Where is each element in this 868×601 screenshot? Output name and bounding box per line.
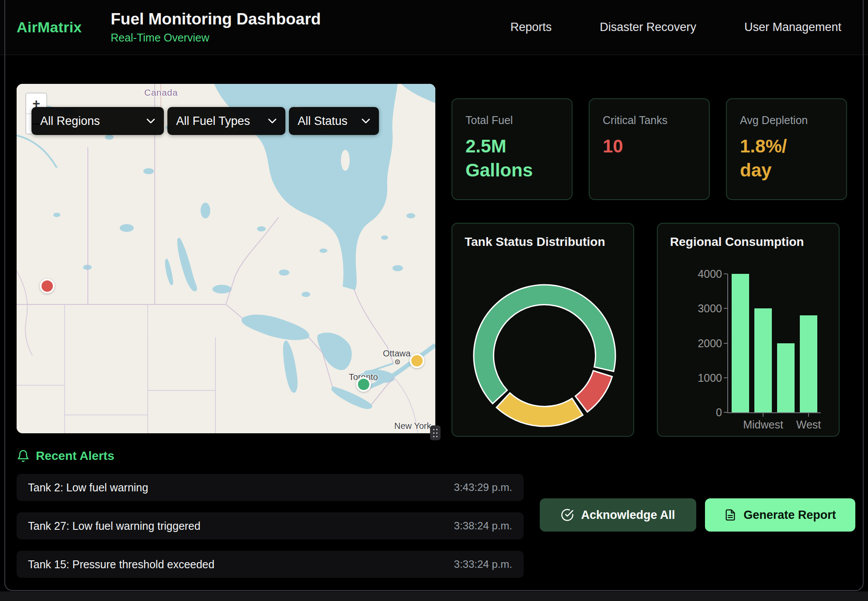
main-nav: Reports Disaster Recovery User Managemen… [510, 21, 841, 34]
chevron-down-icon [146, 118, 155, 124]
alert-row: Tank 15: Pressure threshold exceeded 3:3… [17, 551, 524, 578]
tank-status-donut-chart [452, 224, 635, 438]
chevron-down-icon [268, 118, 277, 124]
app-header: AirMatrix Fuel Monitoring Dashboard Real… [0, 0, 868, 55]
nav-item-disaster-recovery[interactable]: Disaster Recovery [600, 21, 696, 34]
status-filter-select[interactable]: All Status [289, 107, 379, 135]
recent-alerts-title: Recent Alerts [36, 449, 114, 463]
chevron-down-icon [361, 118, 370, 124]
page-subtitle: Real-Time Overview [111, 31, 321, 44]
kpi-value: 1.8%/day [740, 135, 833, 182]
alert-timestamp: 3:43:29 p.m. [454, 481, 512, 494]
alert-message: Tank 15: Pressure threshold exceeded [28, 558, 215, 571]
generate-report-label: Generate Report [743, 508, 836, 522]
y-axis [727, 274, 728, 413]
bell-icon [17, 449, 30, 463]
bar-West [800, 315, 817, 412]
alert-row: Tank 27: Low fuel warning triggered 3:38… [17, 512, 524, 539]
alert-message: Tank 27: Low fuel warning triggered [28, 520, 201, 532]
title-block: Fuel Monitoring Dashboard Real-Time Over… [111, 10, 321, 44]
map-label-new-york: New York [394, 421, 431, 431]
regional-consumption-bar-chart: 01000200030004000MidwestWest [658, 224, 839, 436]
alert-timestamp: 3:38:24 p.m. [454, 520, 512, 532]
x-tick-mark [763, 413, 764, 417]
kpi-card-total-fuel: Total Fuel 2.5MGallons [451, 98, 573, 200]
kpi-card-critical-tanks: Critical Tanks 10 [589, 98, 710, 200]
nav-item-user-management[interactable]: User Management [744, 21, 841, 34]
kpi-value: 2.5MGallons [465, 135, 559, 182]
map-resize-handle[interactable] [430, 425, 441, 440]
kpi-label: Critical Tanks [603, 114, 696, 127]
region-filter-select[interactable]: All Regions [31, 107, 164, 135]
regional-consumption-card: Regional Consumption 01000200030004000Mi… [657, 223, 840, 437]
x-tick-mark [808, 413, 809, 417]
y-tick-mark [724, 308, 727, 309]
fuel-type-filter-select[interactable]: All Fuel Types [167, 107, 285, 135]
page-title: Fuel Monitoring Dashboard [111, 10, 321, 28]
tank-marker-normal[interactable] [356, 377, 371, 392]
recent-alerts-heading: Recent Alerts [17, 449, 114, 463]
acknowledge-all-label: Acknowledge All [581, 508, 675, 522]
kpi-card-avg-depletion: Avg Depletion 1.8%/day [726, 98, 847, 200]
y-tick-mark [724, 273, 727, 274]
map-label-canada: Canada [144, 87, 178, 98]
y-tick-label: 3000 [675, 302, 722, 315]
map-filter-bar: All Regions All Fuel Types All Status [31, 107, 379, 135]
brand-logo: AirMatrix [17, 19, 82, 36]
acknowledge-all-button[interactable]: Acknowledge All [540, 498, 696, 532]
nav-item-reports[interactable]: Reports [510, 21, 552, 34]
map-canvas[interactable]: Canada Ottawa Toronto New York + − All R… [17, 84, 435, 433]
y-tick-mark [724, 343, 727, 344]
status-filter-value: All Status [298, 114, 347, 128]
y-tick-mark [724, 412, 727, 413]
ottawa-town-icon [395, 359, 400, 364]
y-tick-mark [724, 377, 727, 378]
kpi-value: 10 [603, 135, 696, 159]
bar-region-3 [777, 343, 795, 413]
y-tick-label: 0 [675, 406, 722, 419]
y-tick-label: 2000 [675, 337, 722, 350]
bar-region-1 [732, 274, 749, 412]
tank-marker-warning[interactable] [410, 353, 424, 368]
tank-status-card: Tank Status Distribution [451, 223, 634, 437]
x-axis [727, 412, 821, 413]
y-tick-label: 4000 [675, 268, 722, 280]
check-circle-icon [561, 508, 574, 522]
file-text-icon [724, 509, 736, 521]
tank-marker-critical[interactable] [40, 279, 55, 294]
kpi-label: Avg Depletion [740, 114, 833, 127]
map-label-ottawa: Ottawa [383, 349, 410, 359]
alert-timestamp: 3:33:24 p.m. [454, 558, 512, 570]
window-bottom-strip [0, 591, 868, 601]
kpi-label: Total Fuel [465, 114, 559, 127]
generate-report-button[interactable]: Generate Report [705, 498, 855, 532]
fuel-type-filter-value: All Fuel Types [176, 114, 250, 128]
alert-row: Tank 2: Low fuel warning 3:43:29 p.m. [17, 474, 524, 501]
region-filter-value: All Regions [40, 114, 100, 128]
bar-Midwest [754, 308, 772, 412]
y-tick-label: 1000 [675, 372, 722, 384]
x-tick-label: West [778, 418, 839, 431]
alert-message: Tank 2: Low fuel warning [28, 481, 148, 494]
